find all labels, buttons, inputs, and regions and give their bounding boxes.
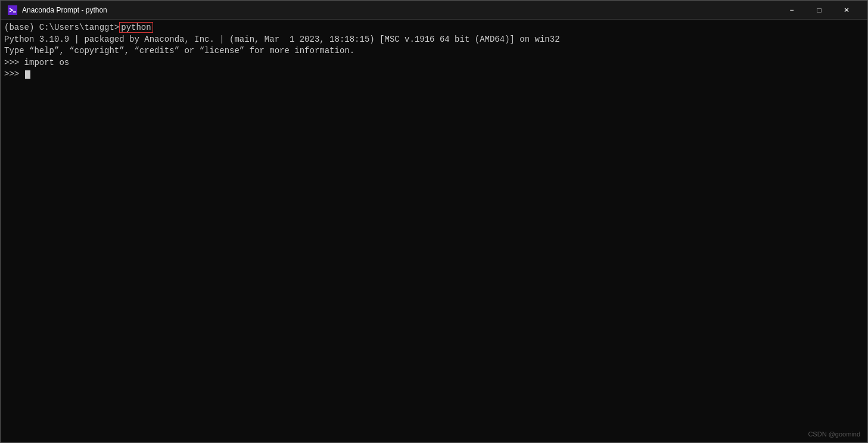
import-os-line: >>> import os: [4, 57, 864, 69]
anaconda-prompt-window: Anaconda Prompt - python − □ ✕ (base) C:…: [0, 0, 868, 443]
repl-prompt-1: >>>: [4, 58, 24, 67]
python-version-line: Python 3.10.9 | packaged by Anaconda, In…: [4, 34, 864, 46]
minimize-button[interactable]: −: [778, 1, 805, 20]
terminal-icon: [8, 5, 17, 15]
terminal-body[interactable]: (base) C:\Users\tanggt>python Python 3.1…: [1, 20, 867, 442]
python-info-line: Type “help”, “copyright”, “credits” or “…: [4, 45, 864, 57]
window-controls: − □ ✕: [778, 1, 860, 20]
watermark: CSDN @goomind: [808, 430, 860, 438]
close-button[interactable]: ✕: [833, 1, 860, 20]
cursor: [25, 70, 30, 79]
command-line: (base) C:\Users\tanggt>python: [4, 22, 864, 34]
current-prompt-line: >>>: [4, 69, 864, 80]
maximize-button[interactable]: □: [805, 1, 833, 20]
python-command-highlight: python: [119, 22, 153, 33]
prompt-path: (base) C:\Users\tanggt>: [4, 23, 119, 32]
title-bar-left: Anaconda Prompt - python: [8, 5, 107, 15]
title-bar: Anaconda Prompt - python − □ ✕: [1, 1, 867, 20]
window-title: Anaconda Prompt - python: [22, 6, 107, 14]
repl-prompt-2: >>>: [4, 69, 24, 80]
import-os-code: import os: [24, 58, 70, 67]
